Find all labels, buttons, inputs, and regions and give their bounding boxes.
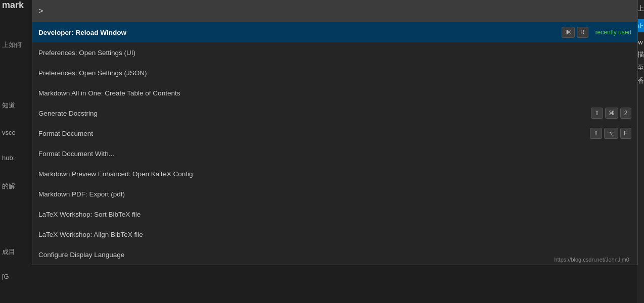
command-prompt: > [38,7,43,16]
command-item-label: LaTeX Workshop: Align BibTeX file [38,231,631,238]
command-list: Developer: Reload Window ⌘ R recently us… [32,22,637,265]
command-item-format-document-with[interactable]: Format Document With... [32,143,637,164]
command-item-generate-docstring[interactable]: Generate Docstring ⇧ ⌘ 2 [32,103,637,123]
command-palette: > Developer: Reload Window ⌘ R recently … [32,0,638,265]
command-item-latex-align-bib[interactable]: LaTeX Workshop: Align BibTeX file [32,224,637,244]
command-item-right: ⌘ R recently used [562,27,631,38]
command-item-label: Format Document With... [38,150,631,158]
command-item-label: Markdown Preview Enhanced: Open KaTeX Co… [38,170,631,178]
keybinding-group: ⇧ ⌥ F [590,128,631,139]
command-item-label: Configure Display Language [38,251,631,259]
command-item-right: ⇧ ⌥ F [590,128,631,139]
recently-used-badge: recently used [595,29,631,36]
command-item-label: Developer: Reload Window [38,29,562,36]
command-item-open-settings-ui[interactable]: Preferences: Open Settings (UI) [32,42,637,63]
command-item-markdown-pdf[interactable]: Markdown PDF: Export (pdf) [32,184,637,204]
kbd-2: 2 [620,108,631,119]
command-item-open-settings-json[interactable]: Preferences: Open Settings (JSON) [32,63,637,83]
kbd-r: R [577,27,588,38]
command-item-label: Preferences: Open Settings (JSON) [38,69,631,77]
kbd-cmd: ⌘ [562,27,575,38]
command-item-label: Markdown All in One: Create Table of Con… [38,89,631,97]
command-item-configure-display-language[interactable]: Configure Display Language https://blog.… [32,244,637,265]
command-item-format-document[interactable]: Format Document ⇧ ⌥ F [32,123,637,143]
kbd-shift: ⇧ [591,108,603,119]
command-item-reload-window[interactable]: Developer: Reload Window ⌘ R recently us… [32,22,637,42]
keybinding-group: ⌘ R [562,27,588,38]
command-item-label: Markdown PDF: Export (pdf) [38,190,631,198]
right-sidebar-text-4: 至 [637,63,644,72]
command-item-markdown-toc[interactable]: Markdown All in One: Create Table of Con… [32,83,637,103]
kbd-cmd: ⌘ [605,108,618,119]
url-hint: https://blog.csdn.net/JohnJim0 [554,257,629,263]
keybinding-group: ⇧ ⌘ 2 [591,108,631,119]
command-item-latex-sort-bib[interactable]: LaTeX Workshop: Sort BibTeX file [32,204,637,224]
command-item-label: Generate Docstring [38,110,591,117]
command-item-right: ⇧ ⌘ 2 [591,108,631,119]
kbd-shift: ⇧ [590,128,602,139]
command-item-label: Format Document [38,130,590,137]
right-sidebar-text-5: 香 [637,76,644,85]
command-item-markdown-katex[interactable]: Markdown Preview Enhanced: Open KaTeX Co… [32,164,637,184]
command-item-label: Preferences: Open Settings (UI) [38,49,631,57]
command-input-area[interactable]: > [32,0,637,22]
kbd-f: F [620,128,631,139]
right-sidebar-text-2: w [638,38,642,46]
command-search-input[interactable] [47,7,631,15]
right-sidebar-text-1: 上 [637,4,644,13]
kbd-alt: ⌥ [604,128,618,139]
command-item-label: LaTeX Workshop: Sort BibTeX file [38,211,631,218]
right-sidebar-text-3: 描 [637,50,644,59]
